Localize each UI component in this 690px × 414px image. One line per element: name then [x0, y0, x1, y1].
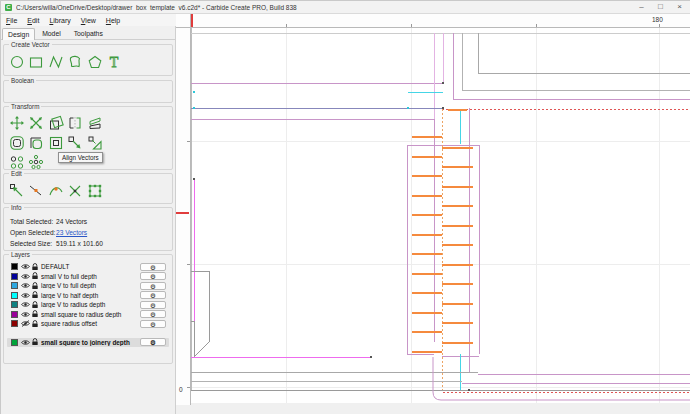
left-panel: FileEditLibraryViewHelp DesignModelToolp… — [1, 14, 176, 414]
edit-title: Edit — [9, 170, 24, 177]
lock-icon[interactable] — [31, 320, 41, 328]
lock-icon[interactable] — [31, 301, 41, 309]
lock-icon[interactable] — [31, 310, 41, 318]
node-edit-icon[interactable] — [8, 182, 25, 199]
linear-array-icon[interactable] — [8, 153, 25, 170]
scale-icon[interactable] — [28, 114, 45, 131]
layer-settings-button[interactable]: ⚙ — [140, 301, 166, 309]
polyline-tool-icon[interactable] — [47, 53, 64, 70]
layer-row[interactable]: DEFAULT⚙ — [7, 262, 169, 272]
layer-name: small square to joinery depth — [41, 339, 140, 346]
circle-tool-icon[interactable] — [8, 53, 25, 70]
layer-name: small square to radius depth — [41, 311, 140, 318]
layer-row[interactable]: large V to full depth⚙ — [7, 281, 169, 291]
rotate-icon[interactable] — [47, 114, 64, 131]
text-tool-icon[interactable]: T — [106, 53, 123, 70]
tab-design[interactable]: Design — [2, 28, 35, 40]
info-value-link[interactable]: 23 Vectors — [56, 229, 87, 236]
canvas-area[interactable]: 180 0 — [176, 14, 690, 414]
rectangle-tool-icon[interactable] — [28, 53, 45, 70]
menu-item-library[interactable]: Library — [44, 17, 75, 24]
edit-group: Edit — [3, 173, 173, 204]
trim-icon[interactable] — [67, 134, 84, 151]
transform-title: Transform — [9, 103, 41, 110]
layer-color-swatch[interactable] — [11, 301, 18, 308]
align-vectors-icon[interactable] — [47, 134, 64, 151]
ruler-tick — [187, 264, 190, 265]
layer-settings-button[interactable]: ⚙ — [140, 263, 166, 271]
ruler-tick — [536, 24, 537, 27]
create-vector-title: Create Vector — [9, 41, 52, 48]
layer-color-swatch[interactable] — [11, 273, 18, 280]
layer-settings-button[interactable]: ⚙ — [140, 272, 166, 280]
minimize-button[interactable]: – — [632, 1, 651, 13]
boolean-group: Boolean — [3, 80, 173, 103]
close-button[interactable]: × — [670, 1, 689, 13]
canvas-drawing[interactable] — [191, 28, 690, 403]
layer-settings-button[interactable]: ⚙ — [140, 310, 166, 318]
layer-name: square radius offset — [41, 320, 140, 327]
layer-settings-button[interactable]: ⚙ — [140, 282, 166, 290]
lock-icon[interactable] — [31, 291, 41, 299]
lock-icon[interactable] — [31, 263, 41, 271]
eye-icon[interactable] — [21, 311, 31, 318]
ruler-top: 180 — [191, 14, 690, 28]
eye-icon[interactable] — [21, 292, 31, 299]
offset-icon[interactable] — [8, 134, 25, 151]
tab-model[interactable]: Model — [36, 27, 67, 39]
round-corners-icon[interactable] — [28, 134, 45, 151]
insert-node-icon[interactable] — [28, 182, 45, 199]
lock-icon[interactable] — [31, 338, 41, 346]
boolean-title: Boolean — [9, 77, 36, 84]
curve-node-icon[interactable] — [47, 182, 64, 199]
circular-array-icon[interactable] — [28, 153, 45, 170]
curve-tool-icon[interactable] — [67, 53, 84, 70]
layer-settings-button[interactable]: ⚙ — [140, 291, 166, 299]
eye-icon[interactable] — [21, 282, 31, 289]
layer-row[interactable]: small square to radius depth⚙ — [7, 310, 169, 320]
lock-icon[interactable] — [31, 272, 41, 280]
lock-icon[interactable] — [31, 282, 41, 290]
skew-icon[interactable] — [86, 114, 103, 131]
mirror-icon[interactable] — [67, 114, 84, 131]
layer-row[interactable]: small square to joinery depth⚙ — [7, 338, 169, 348]
maximize-button[interactable]: □ — [651, 1, 670, 13]
info-title: Info — [9, 204, 24, 211]
ruler-cursor-top — [191, 14, 193, 27]
layer-color-swatch[interactable] — [11, 339, 18, 346]
layer-color-swatch[interactable] — [11, 282, 18, 289]
ruler-tick — [411, 24, 412, 27]
eye-icon[interactable] — [21, 263, 31, 270]
extend-icon[interactable] — [86, 134, 103, 151]
menu-item-view[interactable]: View — [76, 17, 101, 24]
eye-icon[interactable] — [21, 273, 31, 280]
title-bar: C C:/Users/willa/OneDrive/Desktop/drawer… — [1, 1, 690, 14]
layer-color-swatch[interactable] — [11, 292, 18, 299]
ruler-cursor-left — [176, 212, 189, 214]
menu-item-help[interactable]: Help — [101, 17, 125, 24]
menu-item-file[interactable]: File — [1, 17, 22, 24]
split-vector-icon[interactable] — [67, 182, 84, 199]
layer-row[interactable]: large V to half depth⚙ — [7, 291, 169, 301]
move-icon[interactable] — [8, 114, 25, 131]
layer-color-swatch[interactable] — [11, 311, 18, 318]
eye-icon[interactable] — [21, 301, 31, 308]
menu-item-edit[interactable]: Edit — [22, 17, 44, 24]
window-title: C:/Users/willa/OneDrive/Desktop/drawer_b… — [16, 4, 632, 11]
create-vector-group: Create Vector T — [3, 44, 173, 76]
layer-color-swatch[interactable] — [11, 263, 18, 270]
polygon-tool-icon[interactable] — [86, 53, 103, 70]
layer-row[interactable]: square radius offset⚙ — [7, 319, 169, 329]
layer-color-swatch[interactable] — [11, 320, 18, 327]
layer-row[interactable]: large V to radius depth⚙ — [7, 300, 169, 310]
info-label: Selected Size: — [10, 240, 56, 247]
layer-settings-button[interactable]: ⚙ — [140, 320, 166, 328]
layer-row[interactable]: small V to full depth⚙ — [7, 272, 169, 282]
layer-settings-button[interactable]: ⚙ — [140, 338, 166, 346]
tab-toolpaths[interactable]: Toolpaths — [68, 27, 109, 39]
tooltip-align-vectors: Align Vectors — [58, 152, 103, 163]
info-row: Total Selected:24 Vectors — [10, 216, 168, 227]
eye-hidden-icon[interactable] — [21, 320, 31, 327]
eye-icon[interactable] — [21, 339, 31, 346]
bounding-box-icon[interactable] — [86, 182, 103, 199]
